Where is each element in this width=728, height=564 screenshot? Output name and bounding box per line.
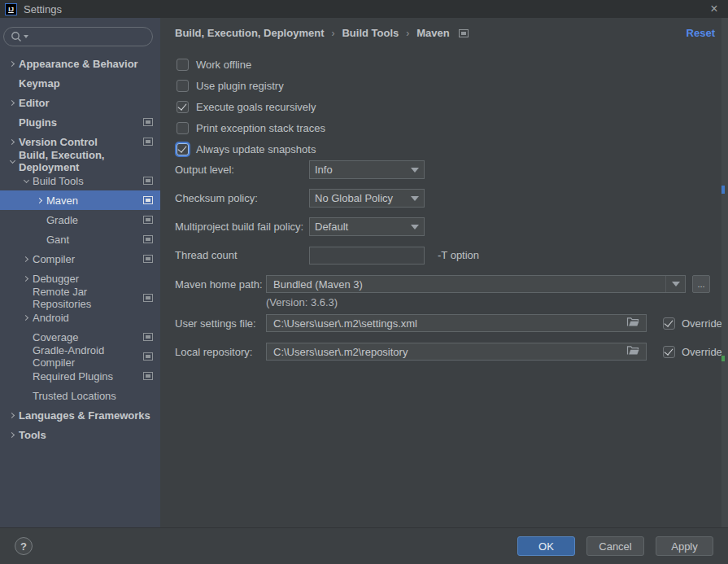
- select-value: Default: [315, 221, 348, 233]
- field-row-multiproject-build-fail-policy: Multiproject build fail policy:Default: [175, 217, 479, 236]
- checkbox-label: Work offline: [196, 59, 251, 71]
- field-label: Output level:: [175, 164, 309, 176]
- checkbox-always-update-snapshots[interactable]: [177, 143, 189, 155]
- folder-icon[interactable]: [626, 317, 639, 330]
- maven-home-label: Maven home path:: [175, 278, 266, 291]
- sidebar-item-languages-frameworks[interactable]: Languages & Frameworks: [0, 405, 160, 425]
- sidebar-item-label: Appearance & Behavior: [19, 58, 138, 70]
- breadcrumb-part-build-execution-deployment[interactable]: Build, Execution, Deployment: [175, 27, 324, 39]
- dialog-footer: ? OK Cancel Apply: [0, 527, 728, 564]
- sidebar-item-editor[interactable]: Editor: [0, 93, 160, 112]
- reset-link[interactable]: Reset: [687, 27, 715, 39]
- settings-box-icon: [143, 255, 153, 263]
- checkbox-execute-goals-recursively[interactable]: [177, 101, 189, 113]
- chevron-right-icon[interactable]: [7, 409, 19, 421]
- search-input[interactable]: [3, 27, 153, 46]
- chevron-right-icon[interactable]: [7, 58, 19, 69]
- checkbox-row-work-offline: Work offline: [177, 54, 325, 75]
- path-value: C:\Users\user\.m2\settings.xml: [273, 317, 417, 330]
- chevron-down-icon: [672, 282, 680, 286]
- sidebar-item-label: Version Control: [19, 136, 98, 148]
- folder-icon[interactable]: [626, 345, 639, 358]
- settings-sidebar: Appearance & BehaviorKeymapEditorPlugins…: [0, 18, 160, 527]
- breadcrumb-part-build-tools[interactable]: Build Tools: [342, 27, 399, 39]
- override-group: Override: [663, 317, 722, 330]
- chevron-down-icon[interactable]: [20, 175, 33, 186]
- settings-box-icon: [143, 196, 153, 204]
- breadcrumb-separator: ›: [406, 28, 409, 39]
- sidebar-item-label: Trusted Locations: [33, 390, 116, 402]
- input-user-settings-file[interactable]: C:\Users\user\.m2\settings.xml: [266, 314, 647, 332]
- cancel-button[interactable]: Cancel: [586, 536, 644, 556]
- override-checkbox-local-repository[interactable]: [663, 346, 675, 358]
- chevron-right-icon[interactable]: [20, 273, 33, 284]
- sidebar-item-gradle-android-compiler[interactable]: Gradle-Android Compiler: [0, 347, 160, 366]
- input-thread-count[interactable]: [309, 247, 425, 265]
- sidebar-item-android[interactable]: Android: [0, 308, 160, 327]
- chevron-right-icon[interactable]: [7, 429, 19, 440]
- select-checksum-policy[interactable]: No Global Policy: [309, 189, 425, 208]
- select-multiproject-build-fail-policy[interactable]: Default: [309, 217, 425, 236]
- sidebar-item-plugins[interactable]: Plugins: [0, 112, 160, 132]
- sidebar-item-build-tools[interactable]: Build Tools: [0, 171, 160, 190]
- chevron-right-icon[interactable]: [7, 97, 19, 108]
- sidebar-item-compiler[interactable]: Compiler: [0, 249, 160, 269]
- chevron-spacer: [20, 370, 33, 382]
- scrollbar[interactable]: [721, 18, 728, 527]
- sidebar-item-trusted-locations[interactable]: Trusted Locations: [0, 386, 160, 405]
- browse-maven-home-button[interactable]: ...: [692, 275, 710, 293]
- chevron-right-icon[interactable]: [34, 195, 46, 206]
- sidebar-item-maven[interactable]: Maven: [0, 190, 160, 210]
- sidebar-item-gant[interactable]: Gant: [0, 230, 160, 249]
- sidebar-item-label: Languages & Frameworks: [19, 409, 150, 422]
- override-label: Override: [682, 346, 722, 358]
- path-row-user-settings-file: User settings file:C:\Users\user\.m2\set…: [175, 314, 722, 332]
- ok-button[interactable]: OK: [517, 536, 575, 556]
- help-button[interactable]: ?: [15, 537, 33, 555]
- search-options-caret-icon[interactable]: [24, 35, 28, 38]
- sidebar-item-required-plugins[interactable]: Required Plugins: [0, 366, 160, 386]
- override-label: Override: [682, 317, 722, 330]
- sidebar-item-label: Plugins: [19, 116, 57, 129]
- sidebar-item-tools[interactable]: Tools: [0, 425, 160, 444]
- field-label: Checksum policy:: [175, 192, 309, 204]
- chevron-down-icon[interactable]: [7, 155, 19, 167]
- sidebar-item-label: Coverage: [33, 331, 78, 343]
- checkbox-work-offline[interactable]: [177, 59, 189, 71]
- settings-window: IJ Settings × Appearance & BehaviorKeyma…: [0, 0, 728, 564]
- chevron-spacer: [20, 292, 33, 304]
- search-icon: [11, 31, 22, 42]
- sidebar-item-remote-jar-repositories[interactable]: Remote Jar Repositories: [0, 288, 160, 308]
- sidebar-item-label: Android: [33, 312, 69, 324]
- override-checkbox-user-settings-file[interactable]: [663, 317, 675, 330]
- sidebar-item-label: Gradle-Android Compiler: [33, 344, 143, 369]
- settings-box-icon: [143, 372, 153, 380]
- settings-box-icon: [143, 138, 153, 146]
- override-group: Override: [663, 346, 722, 358]
- checkbox-use-plugin-registry[interactable]: [177, 80, 189, 92]
- chevron-spacer: [20, 390, 33, 401]
- chevron-right-icon[interactable]: [20, 253, 33, 265]
- chevron-right-icon[interactable]: [7, 136, 19, 147]
- checkbox-label: Always update snapshots: [196, 143, 316, 155]
- maven-home-combobox[interactable]: Bundled (Maven 3): [266, 275, 686, 293]
- sidebar-item-keymap[interactable]: Keymap: [0, 73, 160, 93]
- breadcrumb-part-maven[interactable]: Maven: [416, 27, 449, 39]
- checkbox-print-exception-stack-traces[interactable]: [177, 122, 189, 134]
- field-suffix-label: -T option: [438, 249, 479, 261]
- sidebar-item-appearance-behavior[interactable]: Appearance & Behavior: [0, 54, 160, 73]
- sidebar-item-gradle[interactable]: Gradle: [0, 210, 160, 230]
- apply-button[interactable]: Apply: [656, 536, 713, 556]
- chevron-right-icon[interactable]: [20, 312, 33, 323]
- chevron-down-icon: [411, 168, 419, 173]
- chevron-spacer: [20, 351, 33, 362]
- input-local-repository[interactable]: C:\Users\user\.m2\repository: [266, 343, 647, 361]
- close-icon[interactable]: ×: [705, 1, 723, 17]
- select-output-level[interactable]: Info: [309, 160, 425, 179]
- checkbox-row-execute-goals-recursively: Execute goals recursively: [177, 96, 325, 117]
- maven-home-row: Maven home path: Bundled (Maven 3) ...: [175, 275, 710, 293]
- settings-box-icon: [143, 294, 153, 302]
- combobox-dropdown-button[interactable]: [665, 276, 685, 292]
- sidebar-item-build-execution-deployment[interactable]: Build, Execution, Deployment: [0, 151, 160, 171]
- settings-box-icon: [459, 29, 469, 37]
